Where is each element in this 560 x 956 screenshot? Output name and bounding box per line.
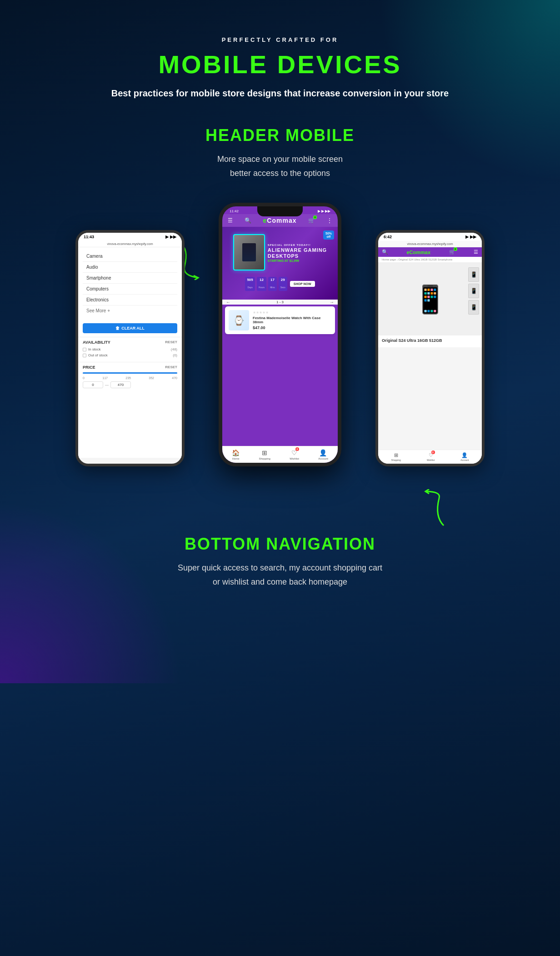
right-logo: eCommax bbox=[406, 250, 430, 255]
phone-left: 11:43 ▶ ▶▶ vinova-ecommax.myshopify.com … bbox=[75, 230, 185, 466]
carousel-nav: ← 1 - 3 → bbox=[222, 300, 338, 305]
left-phone-content: Camera Audio Smartphone Computers Electr… bbox=[78, 247, 182, 458]
gaming-pc-icon bbox=[233, 234, 265, 270]
center-phone-content: 11:42 ▶ ▶ ▶▶ ☰ 🔍 eCommax 🛒 ⋮ 50%off bbox=[222, 206, 338, 463]
product-price: $47.00 bbox=[253, 325, 331, 330]
right-product-name: Original S24 Ultra 16GB 512GB bbox=[382, 338, 478, 343]
breadcrumb: Home page › Original S24 Ultra 16GB 512G… bbox=[378, 257, 482, 263]
in-stock-checkbox[interactable] bbox=[83, 348, 86, 351]
right-search-icon[interactable]: 🔍 bbox=[382, 249, 388, 255]
thumb-3[interactable]: 📱 bbox=[468, 300, 479, 315]
right-header: 🔍 eCommax 🛒 ☰ bbox=[378, 247, 482, 257]
hero-banner: 50%off SPECIAL OFFER TODAY!! ALIENWARE G… bbox=[222, 227, 338, 300]
filter-item-computers[interactable]: Computers bbox=[83, 284, 177, 295]
right-product-info: Original S24 Ultra 16GB 512GB bbox=[378, 335, 482, 347]
carousel-prev[interactable]: ← bbox=[226, 300, 230, 305]
filter-item-electronics[interactable]: Electronics bbox=[83, 295, 177, 305]
nav-wishlist[interactable]: ♡ Wishlist bbox=[290, 449, 299, 460]
wishlist-icon: ♡ bbox=[291, 449, 297, 456]
price-inputs: — bbox=[83, 381, 177, 388]
timer-hours: 12 Hours bbox=[257, 277, 266, 291]
phone-center: 11:42 ▶ ▶ ▶▶ ☰ 🔍 eCommax 🛒 ⋮ 50%off bbox=[219, 203, 341, 466]
product-image-area: 📱 📱 📱 📱 bbox=[378, 263, 482, 335]
trash-icon: 🗑 bbox=[115, 326, 120, 330]
filter-list: Camera Audio Smartphone Computers Electr… bbox=[78, 247, 182, 320]
arrow-right-icon bbox=[412, 489, 448, 530]
availability-section: AVAILABILITY RESET In stock (48) Ou bbox=[78, 337, 182, 362]
right-nav-shopping[interactable]: ⊞ Shopping bbox=[391, 452, 401, 461]
product-name: Festina Mademoiselle Watch With Case 38m… bbox=[253, 316, 331, 324]
center-bottom-nav: 🏠 Home ⊞ Shopping ♡ Wishlist 👤 Account bbox=[222, 446, 338, 463]
price-slider-labels: 0117235352470 bbox=[83, 376, 177, 380]
product-thumbnail: ⌚ bbox=[229, 310, 249, 330]
grid-icon[interactable]: ⋮ bbox=[327, 217, 332, 224]
product-stars: ★★★★★ bbox=[253, 310, 331, 315]
thumb-1[interactable]: 📱 bbox=[468, 267, 479, 282]
thumb-2[interactable]: 📱 bbox=[468, 284, 479, 298]
product-info: ★★★★★ Festina Mademoiselle Watch With Ca… bbox=[253, 310, 331, 330]
countdown-timer: 505 Days 12 Hours 17 Mins bbox=[245, 277, 287, 291]
account-icon: 👤 bbox=[319, 449, 327, 456]
filter-see-more[interactable]: See More + bbox=[83, 305, 177, 316]
product-image: 📱 bbox=[413, 283, 447, 315]
menu-icon[interactable]: ☰ bbox=[228, 217, 233, 224]
bottom-navigation-section: BOTTOM NAVIGATION Super quick access to … bbox=[178, 535, 382, 611]
home-icon: 🏠 bbox=[232, 449, 240, 456]
right-menu-icon[interactable]: ☰ bbox=[474, 249, 478, 255]
right-nav-account[interactable]: 👤 Account bbox=[460, 452, 469, 461]
phones-container: 11:43 ▶ ▶▶ vinova-ecommax.myshopify.com … bbox=[75, 203, 485, 485]
right-shopping-icon: ⊞ bbox=[394, 452, 398, 458]
filter-item-audio[interactable]: Audio bbox=[83, 262, 177, 273]
right-browser-bar: vinova-ecommax.myshopify.com bbox=[378, 241, 482, 247]
shop-now-button[interactable]: SHOP NOW bbox=[290, 281, 315, 287]
shopping-icon: ⊞ bbox=[262, 449, 267, 456]
right-bottom-nav: ⊞ Shopping ♡ Wishlist 👤 Account bbox=[378, 450, 482, 464]
out-of-stock-row: Out of stock (0) bbox=[83, 353, 177, 357]
filter-item-smartphone[interactable]: Smartphone bbox=[83, 273, 177, 284]
phone-right: 6:42 ▶ ▶▶ vinova-ecommax.myshopify.com 🔍… bbox=[375, 230, 485, 466]
carousel-next[interactable]: → bbox=[330, 300, 334, 305]
page-wrapper: PERFECTLY CRAFTED FOR MOBILE DEVICES Bes… bbox=[0, 0, 560, 648]
timer-days: 505 Days bbox=[245, 277, 255, 291]
product-card[interactable]: ⌚ ★★★★★ Festina Mademoiselle Watch With … bbox=[225, 306, 335, 334]
nav-shopping[interactable]: ⊞ Shopping bbox=[259, 449, 270, 460]
nav-account[interactable]: 👤 Account bbox=[318, 449, 328, 460]
header-mobile-heading: HEADER MOBILE bbox=[205, 126, 355, 145]
price-min-input[interactable] bbox=[83, 381, 103, 388]
right-wishlist-icon: ♡ bbox=[429, 452, 433, 458]
offer-text: SPECIAL OFFER TODAY!! bbox=[268, 244, 311, 246]
price-slider[interactable] bbox=[83, 372, 177, 374]
center-logo: eCommax bbox=[263, 217, 297, 224]
hero-main-title: MOBILE DEVICES bbox=[158, 50, 401, 79]
hero-subtitle: Best practices for mobile store designs … bbox=[111, 88, 449, 99]
left-status-bar: 11:43 ▶ ▶▶ bbox=[78, 233, 182, 241]
nav-home[interactable]: 🏠 Home bbox=[232, 449, 240, 460]
out-of-stock-checkbox[interactable] bbox=[83, 354, 86, 357]
in-stock-row: In stock (48) bbox=[83, 347, 177, 351]
left-browser-bar: vinova-ecommax.myshopify.com bbox=[78, 241, 182, 247]
price-section: PRICE RESET 0117235352470 — bbox=[78, 362, 182, 391]
clear-all-button[interactable]: 🗑 CLEAR ALL bbox=[83, 323, 177, 333]
price-slider-fill bbox=[83, 372, 177, 374]
timer-secs: 29 Secs bbox=[279, 277, 287, 291]
discount-badge: 50%off bbox=[323, 230, 334, 240]
right-nav-wishlist[interactable]: ♡ Wishlist bbox=[427, 452, 435, 461]
right-cart-icon[interactable]: 🛒 bbox=[449, 249, 455, 255]
search-icon[interactable]: 🔍 bbox=[245, 217, 251, 224]
hero-starting-price: STARTING AT $1,999 bbox=[268, 259, 299, 262]
notch bbox=[257, 206, 303, 216]
bottom-nav-desc: Super quick access to search, my account… bbox=[178, 561, 382, 589]
cart-icon[interactable]: 🛒 bbox=[308, 217, 315, 224]
right-account-icon: 👤 bbox=[461, 452, 468, 458]
phone-thumbnails: 📱 📱 📱 bbox=[468, 267, 479, 315]
hero-title-line1: ALIENWARE GAMING bbox=[268, 247, 327, 253]
hero-top-label: PERFECTLY CRAFTED FOR bbox=[222, 36, 339, 43]
price-max-input[interactable] bbox=[110, 381, 131, 388]
right-status-bar: 6:42 ▶ ▶▶ bbox=[378, 233, 482, 241]
bottom-nav-heading: BOTTOM NAVIGATION bbox=[185, 535, 375, 554]
hero-title-line2: DESKTOPS bbox=[268, 253, 299, 259]
filter-item-camera[interactable]: Camera bbox=[83, 251, 177, 262]
header-mobile-desc: More space on your mobile screen better … bbox=[217, 152, 343, 180]
timer-mins: 17 Mins bbox=[268, 277, 277, 291]
